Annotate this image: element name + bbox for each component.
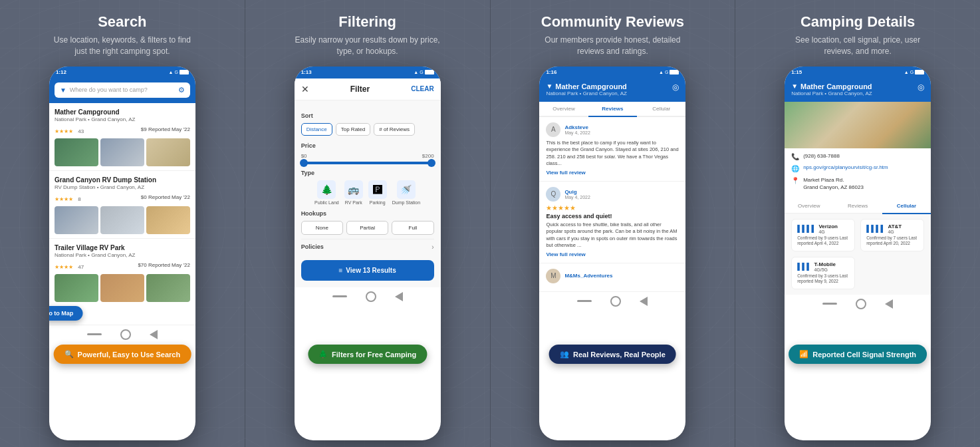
filter-status-icons: ▲ G <box>414 70 433 74</box>
campground-photo <box>785 102 931 148</box>
type-parking[interactable]: 🅿 Parking <box>368 180 387 205</box>
reviewer-3-name: M&Ms_Adventures <box>564 273 612 279</box>
listing-item-1[interactable]: Mather Campground National Park • Grand … <box>49 103 195 171</box>
phone-details: 1:15 ▲ G ▼ Mather Campground National Pa… <box>785 67 931 440</box>
phone-reviews-wrapper: 👥 Real Reviews, Real People 1:16 ▲ G <box>539 67 685 440</box>
tmobile-name: T-Mobile <box>814 261 835 267</box>
listing-2-count: 8 <box>78 196 80 202</box>
signal-verizon: ▌▌▌▌ Verizon 4G Confirmed by 9 users Las… <box>791 219 855 251</box>
tab-cellular[interactable]: Cellular <box>637 102 685 116</box>
detail-tab-reviews[interactable]: Reviews <box>833 199 882 213</box>
listing-2-img-2 <box>100 206 144 234</box>
detail-tab-overview[interactable]: Overview <box>785 199 833 213</box>
filter-cta-label: Filters for Free Camping <box>332 351 416 359</box>
hookup-none-button[interactable]: None <box>301 221 343 235</box>
att-type: 4G <box>888 229 902 234</box>
verizon-type: 4G <box>818 229 837 234</box>
details-cta-badge: 📶 Reported Cell Signal Strength <box>789 345 927 364</box>
review-item-2: Q Quig May 4, 2022 ★★★★★ Easy access and… <box>539 182 685 263</box>
listing-item-2[interactable]: Grand Canyon RV Dump Station RV Dump Sta… <box>49 171 195 239</box>
listing-item-3[interactable]: Trailer Village RV Park National Park • … <box>49 239 195 325</box>
policies-row[interactable]: Policies › <box>301 239 434 255</box>
search-filter-icon[interactable]: ⚙ <box>178 86 185 94</box>
price-range-container: $0 $200 <box>301 153 434 164</box>
filter-nav-menu-icon <box>332 295 347 297</box>
filter-cta-icon: 🌲 <box>318 350 328 359</box>
details-nav-chevron: ▼ <box>791 82 798 90</box>
listing-2-img-3 <box>146 206 190 234</box>
type-dump-station[interactable]: 🚿 Dump Station <box>392 180 420 205</box>
rv-park-icon: 🚌 <box>344 180 363 199</box>
tmobile-type: 4G/5G <box>814 267 835 272</box>
price-slider-thumb-left[interactable] <box>300 159 308 167</box>
listing-3-title: Trailer Village RV Park <box>55 244 190 251</box>
type-public-label: Public Land <box>314 200 339 205</box>
view-results-button[interactable]: ≡ View 13 Results <box>301 260 434 281</box>
reviewer-1-avatar: A <box>546 122 560 137</box>
go-to-map-label: Go to Map <box>49 310 74 317</box>
panel-search: Search Use location, keywords, & filters… <box>0 0 245 447</box>
search-status-time: 1:12 <box>56 69 66 75</box>
search-cta-badge: 🔍 Powerful, Easy to Use Search <box>54 345 191 364</box>
go-to-map-badge[interactable]: 🗺 Go to Map <box>49 306 83 321</box>
phone-icon: 📞 <box>791 153 799 160</box>
type-dump-label: Dump Station <box>392 200 420 205</box>
details-cta-label: Reported Cell Signal Strength <box>812 351 916 359</box>
panel-details-title: Camping Details <box>800 13 915 31</box>
details-nav-menu-icon <box>822 303 837 305</box>
type-public-land[interactable]: 🌲 Public Land <box>314 180 339 205</box>
search-input-placeholder: Where do you want to camp? <box>70 86 175 93</box>
price-slider-fill <box>304 162 431 164</box>
filter-close-button[interactable]: ✕ <box>301 84 309 94</box>
panel-reviews-title: Community Reviews <box>541 13 684 31</box>
review-2-headline: Easy access and quiet! <box>546 213 679 220</box>
phone-reviews: 1:16 ▲ G ▼ Mather Campground National Pa… <box>539 67 685 440</box>
type-section-label: Type <box>301 170 434 176</box>
review-2-view-full[interactable]: View full review <box>546 251 679 257</box>
listing-2-images <box>55 206 190 234</box>
listing-3-img-2 <box>100 274 144 302</box>
reviewer-2-date: May 4, 2022 <box>564 195 590 200</box>
reviews-status-time: 1:16 <box>546 69 556 75</box>
panel-filtering-subtitle: Easily narrow your results down by price… <box>295 35 441 57</box>
filter-header-title: Filter <box>350 84 370 94</box>
search-input-row[interactable]: ▼ Where do you want to camp? ⚙ <box>55 82 190 98</box>
details-campground-info: ▼ Mather Campground National Park • Gran… <box>791 82 872 96</box>
reviewer-2-row: Q Quig May 4, 2022 <box>546 187 679 202</box>
hookup-partial-button[interactable]: Partial <box>346 221 388 235</box>
tab-reviews[interactable]: Reviews <box>588 102 637 117</box>
type-rv-park[interactable]: 🚌 RV Park <box>344 180 363 205</box>
sort-top-rated-button[interactable]: Top Rated <box>336 123 370 136</box>
detail-tab-cellular[interactable]: Cellular <box>882 199 931 214</box>
reviews-cta-badge: 👥 Real Reviews, Real People <box>549 345 676 364</box>
detail-web-text[interactable]: nps.gov/grca/planyourvisit/cg-sr.htm <box>803 164 888 170</box>
filter-body: Sort Distance Top Rated # of Reviews Pri… <box>295 100 441 287</box>
listing-3-stars-row: ★★★★ 47 <box>55 259 84 271</box>
view-results-label: View 13 Results <box>346 267 396 274</box>
details-campground-name: Mather Campground <box>800 82 872 90</box>
price-slider-thumb-right[interactable] <box>428 159 435 167</box>
details-tabs: Overview Reviews Cellular <box>785 199 931 214</box>
details-nav-back-icon <box>885 299 893 309</box>
review-1-view-full[interactable]: View full review <box>546 170 679 176</box>
sort-distance-button[interactable]: Distance <box>301 123 332 136</box>
listing-2-stars-row: ★★★★ 8 <box>55 192 81 204</box>
att-confirmed: Confirmed by 7 users Last reported April… <box>866 235 918 247</box>
filter-status-time: 1:13 <box>301 69 312 75</box>
location-icon: 📍 <box>791 177 799 184</box>
sort-reviews-button[interactable]: # of Reviews <box>374 123 415 136</box>
filter-clear-button[interactable]: CLEAR <box>411 85 433 92</box>
listing-1-img-2 <box>100 138 144 166</box>
signal-section: ▌▌▌▌ Verizon 4G Confirmed by 9 users Las… <box>785 214 931 295</box>
reviewer-1-row: A Adksteve May 4, 2022 <box>546 122 679 137</box>
verizon-provider: ▌▌▌▌ Verizon 4G <box>797 224 849 234</box>
filter-nav-home-icon <box>366 291 376 302</box>
hookup-full-button[interactable]: Full <box>392 221 433 235</box>
web-icon: 🌐 <box>791 165 799 172</box>
price-section-label: Price <box>301 142 434 149</box>
detail-phone-text: (928) 638-7888 <box>803 152 840 160</box>
verizon-confirmed: Confirmed by 9 users Last reported April… <box>797 235 849 247</box>
listing-1-count: 43 <box>78 128 84 134</box>
price-slider-track[interactable] <box>304 162 431 164</box>
tab-overview[interactable]: Overview <box>539 102 588 116</box>
